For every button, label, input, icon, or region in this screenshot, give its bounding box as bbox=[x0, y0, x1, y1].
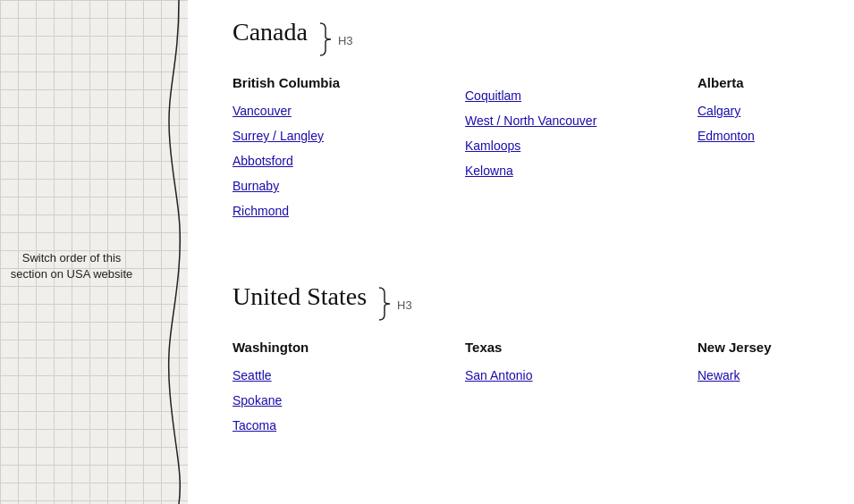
sidebar-note: Switch order of this section on USA webs… bbox=[0, 250, 143, 282]
kelowna-link[interactable]: Kelowna bbox=[465, 164, 626, 178]
new-jersey-column: New Jersey Newark bbox=[698, 340, 854, 443]
bc-extra-column: Coquitlam West / North Vancouver Kamloop… bbox=[465, 75, 626, 229]
canada-h3-label: H3 bbox=[338, 34, 353, 47]
alberta-column: Alberta Calgary Edmonton bbox=[698, 75, 854, 229]
usa-brace: H3 bbox=[376, 286, 412, 322]
richmond-link[interactable]: Richmond bbox=[233, 204, 393, 218]
coquitlam-link[interactable]: Coquitlam bbox=[465, 88, 626, 103]
abbotsford-link[interactable]: Abbotsford bbox=[233, 154, 393, 168]
edmonton-link[interactable]: Edmonton bbox=[698, 129, 854, 143]
spokane-link[interactable]: Spokane bbox=[233, 393, 393, 407]
west-north-vancouver-link[interactable]: West / North Vancouver bbox=[465, 113, 626, 128]
newark-link[interactable]: Newark bbox=[698, 368, 854, 382]
usa-columns: Washington Seattle Spokane Tacoma Texas … bbox=[233, 340, 827, 443]
canada-title: Canada bbox=[233, 18, 308, 46]
canada-columns: British Columbia Vancouver Surrey / Lang… bbox=[233, 75, 827, 229]
bc-column: British Columbia Vancouver Surrey / Lang… bbox=[233, 75, 393, 229]
surrey-langley-link[interactable]: Surrey / Langley bbox=[233, 129, 393, 143]
canada-brace: H3 bbox=[317, 21, 353, 57]
bc-header: British Columbia bbox=[233, 75, 393, 90]
usa-h3-label: H3 bbox=[397, 298, 412, 312]
canada-section-header: Canada H3 bbox=[233, 18, 827, 57]
seattle-link[interactable]: Seattle bbox=[233, 368, 393, 382]
texas-header: Texas bbox=[465, 340, 626, 355]
divider-1 bbox=[233, 238, 827, 265]
tacoma-link[interactable]: Tacoma bbox=[233, 418, 393, 433]
main-content: Canada H3 British Columbia Vancouver Sur… bbox=[188, 0, 854, 504]
calgary-link[interactable]: Calgary bbox=[698, 104, 854, 118]
burnaby-link[interactable]: Burnaby bbox=[233, 179, 393, 193]
washington-column: Washington Seattle Spokane Tacoma bbox=[233, 340, 393, 443]
new-jersey-header: New Jersey bbox=[698, 340, 854, 355]
sidebar: Switch order of this section on USA webs… bbox=[0, 0, 188, 504]
usa-title: United States bbox=[233, 282, 367, 311]
usa-section-header: United States H3 bbox=[233, 282, 827, 322]
kamloops-link[interactable]: Kamloops bbox=[465, 139, 626, 153]
texas-column: Texas San Antonio bbox=[465, 340, 626, 443]
washington-header: Washington bbox=[233, 340, 393, 355]
alberta-header: Alberta bbox=[698, 75, 854, 90]
san-antonio-link[interactable]: San Antonio bbox=[465, 368, 626, 382]
vancouver-link[interactable]: Vancouver bbox=[233, 104, 393, 118]
